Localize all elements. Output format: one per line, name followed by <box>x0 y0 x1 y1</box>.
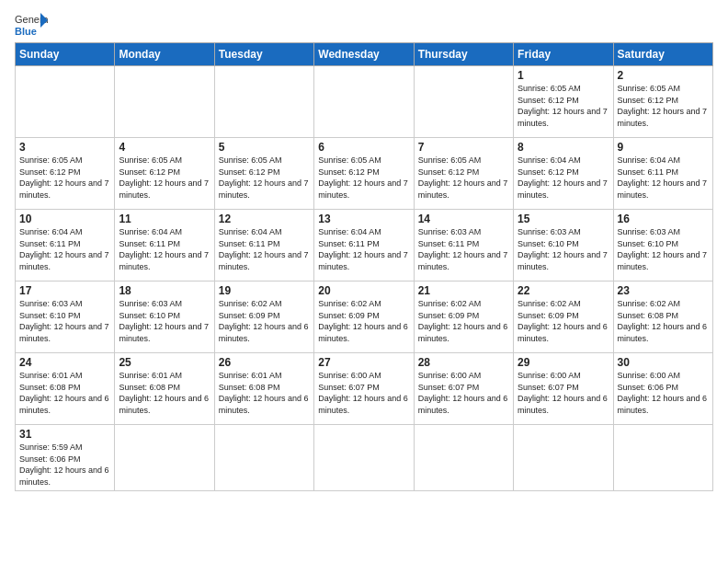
calendar-cell: 14Sunrise: 6:03 AM Sunset: 6:11 PM Dayli… <box>414 210 513 282</box>
calendar-cell: 24Sunrise: 6:01 AM Sunset: 6:08 PM Dayli… <box>16 353 115 425</box>
calendar-cell: 1Sunrise: 6:05 AM Sunset: 6:12 PM Daylig… <box>514 66 613 138</box>
calendar-cell: 31Sunrise: 5:59 AM Sunset: 6:06 PM Dayli… <box>16 425 115 491</box>
calendar-week-1: 3Sunrise: 6:05 AM Sunset: 6:12 PM Daylig… <box>16 138 713 210</box>
weekday-header-thursday: Thursday <box>414 43 513 66</box>
day-info: Sunrise: 6:01 AM Sunset: 6:08 PM Dayligh… <box>19 370 110 416</box>
generalblue-logo-icon: General Blue <box>15 11 48 37</box>
calendar-cell <box>314 425 414 491</box>
day-info: Sunrise: 6:02 AM Sunset: 6:08 PM Dayligh… <box>618 298 709 344</box>
calendar-week-3: 17Sunrise: 6:03 AM Sunset: 6:10 PM Dayli… <box>16 282 713 353</box>
day-info: Sunrise: 6:05 AM Sunset: 6:12 PM Dayligh… <box>518 83 609 129</box>
day-info: Sunrise: 6:04 AM Sunset: 6:11 PM Dayligh… <box>119 226 210 272</box>
calendar-cell: 5Sunrise: 6:05 AM Sunset: 6:12 PM Daylig… <box>214 138 313 210</box>
day-number: 28 <box>418 356 509 369</box>
calendar-cell: 7Sunrise: 6:05 AM Sunset: 6:12 PM Daylig… <box>414 138 513 210</box>
weekday-header-wednesday: Wednesday <box>314 43 414 66</box>
weekday-header-sunday: Sunday <box>16 43 115 66</box>
calendar-cell: 16Sunrise: 6:03 AM Sunset: 6:10 PM Dayli… <box>613 210 712 282</box>
day-number: 7 <box>418 141 509 154</box>
calendar-cell: 13Sunrise: 6:04 AM Sunset: 6:11 PM Dayli… <box>314 210 414 282</box>
calendar-cell: 10Sunrise: 6:04 AM Sunset: 6:11 PM Dayli… <box>16 210 115 282</box>
day-number: 11 <box>119 213 210 225</box>
calendar-week-4: 24Sunrise: 6:01 AM Sunset: 6:08 PM Dayli… <box>16 353 713 425</box>
day-number: 9 <box>618 141 709 154</box>
calendar-cell: 28Sunrise: 6:00 AM Sunset: 6:07 PM Dayli… <box>414 353 513 425</box>
weekday-header-tuesday: Tuesday <box>214 43 313 66</box>
calendar-cell: 3Sunrise: 6:05 AM Sunset: 6:12 PM Daylig… <box>16 138 115 210</box>
calendar-cell: 15Sunrise: 6:03 AM Sunset: 6:10 PM Dayli… <box>514 210 613 282</box>
day-number: 3 <box>19 141 110 154</box>
calendar-cell <box>613 425 712 491</box>
day-number: 29 <box>518 356 609 369</box>
weekday-header-saturday: Saturday <box>613 43 712 66</box>
day-info: Sunrise: 6:02 AM Sunset: 6:09 PM Dayligh… <box>418 298 509 344</box>
day-number: 13 <box>318 213 409 225</box>
calendar-cell: 2Sunrise: 6:05 AM Sunset: 6:12 PM Daylig… <box>613 66 712 138</box>
day-info: Sunrise: 6:00 AM Sunset: 6:07 PM Dayligh… <box>418 370 509 416</box>
day-info: Sunrise: 6:04 AM Sunset: 6:11 PM Dayligh… <box>318 226 409 272</box>
day-number: 14 <box>418 213 509 225</box>
day-info: Sunrise: 6:00 AM Sunset: 6:06 PM Dayligh… <box>618 370 709 416</box>
day-number: 21 <box>418 284 509 297</box>
calendar-week-5: 31Sunrise: 5:59 AM Sunset: 6:06 PM Dayli… <box>16 425 713 491</box>
calendar-cell: 25Sunrise: 6:01 AM Sunset: 6:08 PM Dayli… <box>115 353 214 425</box>
day-number: 10 <box>19 213 110 225</box>
day-info: Sunrise: 6:02 AM Sunset: 6:09 PM Dayligh… <box>318 298 409 344</box>
calendar-cell <box>414 66 513 138</box>
day-info: Sunrise: 6:04 AM Sunset: 6:11 PM Dayligh… <box>19 226 110 272</box>
calendar-cell <box>115 425 214 491</box>
day-info: Sunrise: 6:05 AM Sunset: 6:12 PM Dayligh… <box>318 155 409 201</box>
calendar-cell: 12Sunrise: 6:04 AM Sunset: 6:11 PM Dayli… <box>214 210 313 282</box>
day-info: Sunrise: 5:59 AM Sunset: 6:06 PM Dayligh… <box>19 442 110 488</box>
calendar-cell <box>514 425 613 491</box>
day-number: 4 <box>119 141 210 154</box>
day-number: 12 <box>219 213 310 225</box>
calendar-cell: 23Sunrise: 6:02 AM Sunset: 6:08 PM Dayli… <box>613 282 712 353</box>
day-number: 19 <box>219 284 310 297</box>
day-info: Sunrise: 6:01 AM Sunset: 6:08 PM Dayligh… <box>119 370 210 416</box>
calendar-cell <box>115 66 214 138</box>
calendar-cell: 19Sunrise: 6:02 AM Sunset: 6:09 PM Dayli… <box>214 282 313 353</box>
day-number: 1 <box>518 69 609 82</box>
day-number: 8 <box>518 141 609 154</box>
day-info: Sunrise: 6:04 AM Sunset: 6:11 PM Dayligh… <box>618 155 709 201</box>
logo: General Blue <box>15 11 48 37</box>
day-info: Sunrise: 6:05 AM Sunset: 6:12 PM Dayligh… <box>119 155 210 201</box>
calendar-cell: 18Sunrise: 6:03 AM Sunset: 6:10 PM Dayli… <box>115 282 214 353</box>
day-number: 16 <box>618 213 709 225</box>
day-info: Sunrise: 6:03 AM Sunset: 6:10 PM Dayligh… <box>119 298 210 344</box>
day-number: 2 <box>618 69 709 82</box>
day-number: 30 <box>618 356 709 369</box>
calendar-cell: 22Sunrise: 6:02 AM Sunset: 6:09 PM Dayli… <box>514 282 613 353</box>
day-info: Sunrise: 6:04 AM Sunset: 6:11 PM Dayligh… <box>219 226 310 272</box>
day-info: Sunrise: 6:03 AM Sunset: 6:10 PM Dayligh… <box>518 226 609 272</box>
day-number: 31 <box>19 428 110 441</box>
calendar-cell: 27Sunrise: 6:00 AM Sunset: 6:07 PM Dayli… <box>314 353 414 425</box>
calendar-cell <box>214 425 313 491</box>
calendar-cell: 21Sunrise: 6:02 AM Sunset: 6:09 PM Dayli… <box>414 282 513 353</box>
day-info: Sunrise: 6:03 AM Sunset: 6:10 PM Dayligh… <box>618 226 709 272</box>
day-info: Sunrise: 6:04 AM Sunset: 6:12 PM Dayligh… <box>518 155 609 201</box>
calendar-cell: 30Sunrise: 6:00 AM Sunset: 6:06 PM Dayli… <box>613 353 712 425</box>
calendar-cell <box>314 66 414 138</box>
calendar-cell: 29Sunrise: 6:00 AM Sunset: 6:07 PM Dayli… <box>514 353 613 425</box>
calendar-page: General Blue SundayMondayTuesdayWednesda… <box>0 0 728 499</box>
calendar-body: 1Sunrise: 6:05 AM Sunset: 6:12 PM Daylig… <box>16 66 713 491</box>
calendar-cell: 17Sunrise: 6:03 AM Sunset: 6:10 PM Dayli… <box>16 282 115 353</box>
calendar-week-2: 10Sunrise: 6:04 AM Sunset: 6:11 PM Dayli… <box>16 210 713 282</box>
day-number: 25 <box>119 356 210 369</box>
day-info: Sunrise: 6:03 AM Sunset: 6:10 PM Dayligh… <box>19 298 110 344</box>
calendar-table: SundayMondayTuesdayWednesdayThursdayFrid… <box>15 42 713 491</box>
day-number: 20 <box>318 284 409 297</box>
day-info: Sunrise: 6:01 AM Sunset: 6:08 PM Dayligh… <box>219 370 310 416</box>
day-number: 22 <box>518 284 609 297</box>
calendar-cell: 4Sunrise: 6:05 AM Sunset: 6:12 PM Daylig… <box>115 138 214 210</box>
calendar-cell <box>214 66 313 138</box>
day-number: 23 <box>618 284 709 297</box>
day-info: Sunrise: 6:03 AM Sunset: 6:11 PM Dayligh… <box>418 226 509 272</box>
day-number: 15 <box>518 213 609 225</box>
day-info: Sunrise: 6:05 AM Sunset: 6:12 PM Dayligh… <box>19 155 110 201</box>
calendar-cell: 6Sunrise: 6:05 AM Sunset: 6:12 PM Daylig… <box>314 138 414 210</box>
calendar-cell: 20Sunrise: 6:02 AM Sunset: 6:09 PM Dayli… <box>314 282 414 353</box>
weekday-header-monday: Monday <box>115 43 214 66</box>
